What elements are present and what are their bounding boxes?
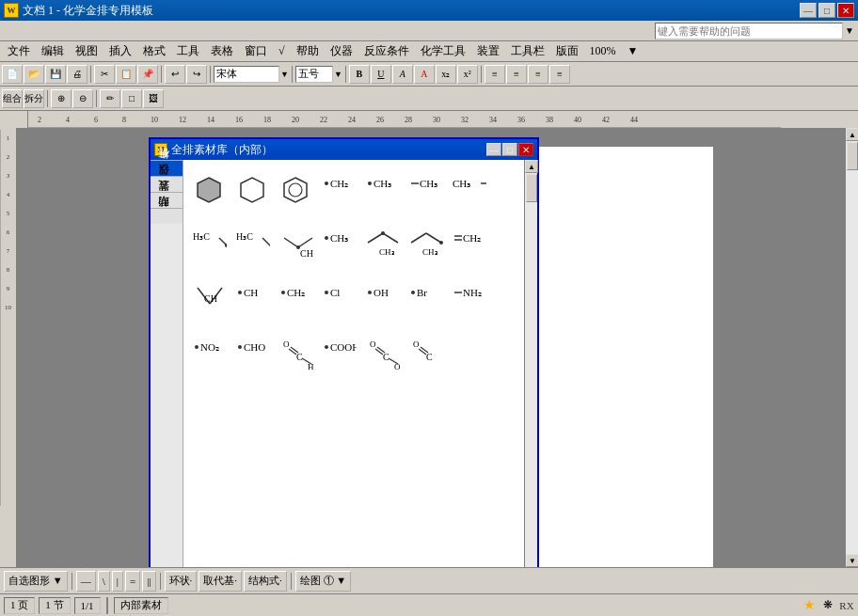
menu-sqrt[interactable]: √ xyxy=(273,42,291,60)
main-scroll-thumb[interactable] xyxy=(847,142,858,170)
menu-toolbar[interactable]: 工具栏 xyxy=(505,41,550,61)
structure-btn[interactable]: 结构式· xyxy=(244,571,287,592)
menu-zoom-dropdown[interactable]: ▼ xyxy=(622,42,644,60)
draw-btn[interactable]: 绘图 ① ▼ xyxy=(295,571,351,592)
vert-line-btn[interactable]: | xyxy=(112,571,123,592)
sup-button[interactable]: x² xyxy=(457,65,478,84)
group-button[interactable]: 组合 xyxy=(2,89,23,108)
justify-button[interactable]: ≡ xyxy=(549,65,570,84)
chem-ch3-dash[interactable]: CH₃ xyxy=(407,167,445,214)
chem-ch3-chain5[interactable]: CH₃ xyxy=(407,222,445,269)
menu-file[interactable]: 文件 xyxy=(2,41,36,61)
font-color-button[interactable]: A xyxy=(414,65,435,84)
main-scroll-up[interactable]: ▲ xyxy=(846,128,858,141)
chem-oh-radical[interactable]: OH xyxy=(364,276,402,324)
scroll-thumb[interactable] xyxy=(526,174,537,202)
dialog-minimize-button[interactable]: — xyxy=(486,143,501,156)
new-button[interactable]: 📄 xyxy=(2,65,23,84)
chem-ch-radical[interactable]: CH xyxy=(234,276,272,324)
chem-nh2[interactable]: NH₂ xyxy=(451,276,488,324)
menu-window[interactable]: 窗口 xyxy=(239,41,273,61)
chem-ch2-radical2[interactable]: CH₂ xyxy=(278,276,315,324)
scroll-up-button[interactable]: ▲ xyxy=(525,160,538,173)
sub-button[interactable]: x₂ xyxy=(436,65,456,84)
size-input[interactable] xyxy=(295,66,333,83)
chem-aldehyde[interactable]: O C H xyxy=(278,331,315,378)
menu-zoom[interactable]: 100% xyxy=(584,42,622,60)
chem-cyclohexane-filled[interactable] xyxy=(191,167,229,214)
menu-format[interactable]: 格式 xyxy=(137,41,171,61)
chem-v-shape[interactable]: CH xyxy=(191,276,229,324)
paste-button[interactable]: 📌 xyxy=(137,65,158,84)
search-dropdown-icon[interactable]: ▼ xyxy=(845,25,854,36)
menu-view[interactable]: 视图 xyxy=(70,41,103,61)
minimize-button[interactable]: — xyxy=(800,3,817,18)
menu-insert[interactable]: 插入 xyxy=(103,41,137,61)
save-button[interactable]: 💾 xyxy=(45,65,66,84)
chem-benzene[interactable] xyxy=(278,167,315,214)
chem-carbonyl[interactable]: O C xyxy=(407,331,445,378)
chem-h3c-chain2[interactable]: H₃C CH₃ xyxy=(234,222,272,269)
chem-equals-ch2[interactable]: CH₂ xyxy=(451,222,488,269)
chem-br-radical[interactable]: Br xyxy=(407,276,445,324)
tab-organic[interactable]: 有机 xyxy=(151,160,183,176)
menu-instruments[interactable]: 仪器 xyxy=(325,41,358,61)
close-button[interactable]: ✕ xyxy=(837,3,854,18)
substituent-btn[interactable]: 取代基· xyxy=(199,571,242,592)
chem-cl-radical[interactable]: Cl xyxy=(321,276,358,324)
search-input[interactable] xyxy=(655,23,843,39)
tab-help[interactable]: 帮助 xyxy=(151,208,183,224)
ungroup-button[interactable]: 拆分 xyxy=(24,89,44,108)
chem-ch3-chain4[interactable]: CH₃ xyxy=(364,222,402,269)
underline-button[interactable]: U xyxy=(371,65,391,84)
menu-devices[interactable]: 装置 xyxy=(471,41,505,61)
print-button[interactable]: 🖨 xyxy=(67,65,87,84)
align-left-button[interactable]: ≡ xyxy=(485,65,505,84)
chem-h3c-chain1[interactable]: H₃C xyxy=(191,222,229,269)
align-center-button[interactable]: ≡ xyxy=(506,65,527,84)
line-btn[interactable]: — xyxy=(76,571,96,592)
copy-button[interactable]: 📋 xyxy=(116,65,136,84)
draw-button[interactable]: ✏ xyxy=(100,89,120,108)
double-vert-btn[interactable]: || xyxy=(142,571,155,592)
shape-button[interactable]: □ xyxy=(121,89,142,108)
italic-button[interactable]: A xyxy=(392,65,413,84)
menu-chem-tools[interactable]: 化学工具 xyxy=(415,41,471,61)
tab-instruments[interactable]: 仪器 xyxy=(151,176,183,192)
chem-cooh-radical[interactable]: COOH xyxy=(321,331,358,378)
tab-devices[interactable]: 装置 xyxy=(151,192,183,208)
menu-conditions[interactable]: 反应条件 xyxy=(358,41,415,61)
zoom-in-button[interactable]: ⊕ xyxy=(51,89,72,108)
arrow-btn[interactable]: \ xyxy=(98,571,110,592)
bold-button[interactable]: B xyxy=(349,65,370,84)
cut-button[interactable]: ✂ xyxy=(94,65,115,84)
maximize-button[interactable]: □ xyxy=(818,3,835,18)
chem-cho-radical[interactable]: CHO xyxy=(234,331,272,378)
chem-carboxyl[interactable]: O C OH xyxy=(364,331,402,378)
font-dropdown[interactable]: ▼ xyxy=(280,70,289,79)
ring-btn[interactable]: 环状· xyxy=(165,571,198,592)
chem-no2-radical[interactable]: NO₂ xyxy=(191,331,229,378)
dialog-close-button[interactable]: ✕ xyxy=(518,143,533,156)
shape-btn[interactable]: 自选图形 ▼ xyxy=(4,571,68,592)
menu-layout[interactable]: 版面 xyxy=(550,41,584,61)
open-button[interactable]: 📂 xyxy=(24,65,44,84)
dialog-maximize-button[interactable]: □ xyxy=(502,143,517,156)
chem-ch3-dash-right[interactable]: CH₃ xyxy=(451,167,488,214)
undo-button[interactable]: ↩ xyxy=(165,65,185,84)
menu-edit[interactable]: 编辑 xyxy=(36,41,70,61)
menu-table[interactable]: 表格 xyxy=(205,41,239,61)
main-scroll-down[interactable]: ▼ xyxy=(846,554,858,567)
chem-cyclohexane-outline[interactable] xyxy=(234,167,272,214)
chem-ch2-radical[interactable]: CH₂ xyxy=(321,167,358,214)
chem-ch3-branch[interactable]: CH₃ xyxy=(278,222,315,269)
chem-ch3-radical[interactable]: CH₃ xyxy=(364,167,402,214)
align-right-button[interactable]: ≡ xyxy=(528,65,548,84)
double-line-btn[interactable]: = xyxy=(125,571,140,592)
font-input[interactable] xyxy=(214,66,279,83)
chem-ch3-radical2[interactable]: CH₃ xyxy=(321,222,358,269)
zoom-out-button[interactable]: ⊖ xyxy=(72,89,93,108)
main-scroll-track[interactable] xyxy=(846,141,858,554)
redo-button[interactable]: ↪ xyxy=(186,65,207,84)
scroll-track[interactable] xyxy=(525,173,537,567)
